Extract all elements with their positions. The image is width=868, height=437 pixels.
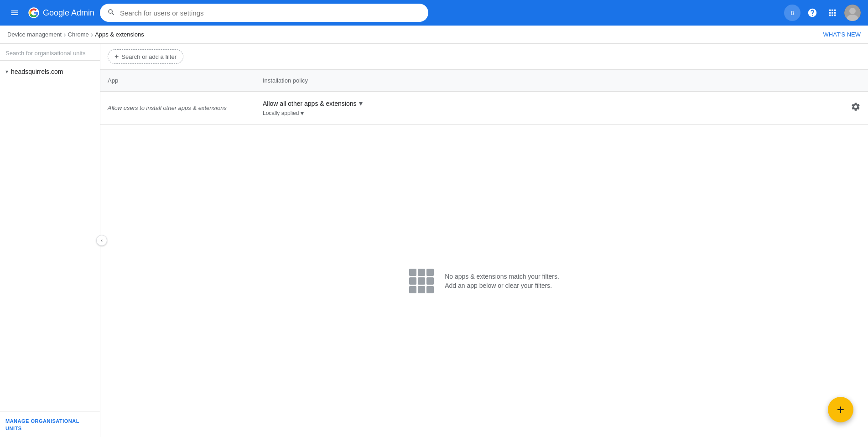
- grid-cell: [418, 269, 425, 276]
- empty-line2: Add an app below or clear your filters.: [445, 282, 559, 289]
- org-name-label: headsquirrels.com: [11, 68, 63, 75]
- chevron-icon-2: ›: [91, 31, 93, 39]
- app-row: Allow users to install other apps & exte…: [100, 92, 868, 125]
- grid-empty-icon: [409, 269, 434, 293]
- sidebar-search-area: [0, 44, 100, 61]
- whats-new-link[interactable]: WHAT'S NEW: [823, 31, 861, 38]
- locally-applied-badge[interactable]: Locally applied ▾: [263, 109, 851, 117]
- sidebar: ▾ headsquirrels.com MANAGE ORGANISATIONA…: [0, 44, 100, 437]
- svg-point-2: [849, 8, 856, 14]
- app-policy-cell: Allow all other apps & extensions ▾ Loca…: [263, 99, 851, 117]
- locally-applied-arrow-icon: ▾: [301, 109, 304, 117]
- plus-icon: +: [114, 52, 119, 61]
- empty-state: No apps & extensions match your filters.…: [100, 125, 868, 437]
- settings-gear-icon[interactable]: [851, 102, 861, 114]
- breadcrumb-device-management[interactable]: Device management: [7, 31, 62, 38]
- grid-cell: [418, 286, 425, 293]
- grid-cell: [409, 269, 416, 276]
- col-policy-header: Installation policy: [263, 77, 861, 84]
- policy-label: Allow all other apps & extensions: [263, 100, 356, 107]
- main-layout: ▾ headsquirrels.com MANAGE ORGANISATIONA…: [0, 44, 868, 437]
- grid-cell: [426, 286, 434, 293]
- hamburger-menu[interactable]: [7, 5, 22, 20]
- main-content: + Search or add a filter App Installatio…: [100, 44, 868, 437]
- search-icon: [107, 8, 115, 18]
- top-nav-right: 8: [784, 5, 861, 21]
- breadcrumb-chrome[interactable]: Chrome: [68, 31, 89, 38]
- filter-label: Search or add a filter: [121, 53, 177, 60]
- caret-icon: ▾: [5, 68, 8, 75]
- brand-logo: Google Admin: [27, 6, 94, 19]
- top-nav: Google Admin 8: [0, 0, 868, 26]
- global-search-input[interactable]: [120, 9, 421, 17]
- filter-button[interactable]: + Search or add a filter: [108, 49, 183, 64]
- grid-cell: [418, 277, 425, 285]
- grid-cell: [409, 277, 416, 285]
- policy-select[interactable]: Allow all other apps & extensions ▾: [263, 99, 851, 108]
- table-header: App Installation policy: [100, 70, 868, 92]
- col-app-header: App: [108, 77, 263, 84]
- grid-cell: [426, 277, 434, 285]
- content-toolbar: + Search or add a filter: [100, 44, 868, 70]
- app-description: Allow users to install other apps & exte…: [108, 104, 263, 111]
- avatar[interactable]: [844, 5, 861, 21]
- sidebar-footer: MANAGE ORGANISATIONAL UNITS: [0, 411, 100, 437]
- apps-grid-btn[interactable]: [824, 5, 841, 21]
- org-tree: ▾ headsquirrels.com: [0, 61, 100, 411]
- empty-line1: No apps & extensions match your filters.: [445, 273, 559, 280]
- dropdown-arrow-icon: ▾: [359, 99, 363, 108]
- empty-state-text: No apps & extensions match your filters.…: [445, 273, 559, 289]
- org-item-headsquirrels[interactable]: ▾ headsquirrels.com: [0, 64, 100, 79]
- locally-applied-label: Locally applied: [263, 110, 299, 116]
- org-search-input[interactable]: [5, 50, 94, 57]
- add-fab-button[interactable]: +: [828, 397, 853, 422]
- breadcrumb: Device management › Chrome › Apps & exte…: [0, 26, 868, 44]
- help-btn[interactable]: [804, 5, 821, 21]
- grid-cell: [409, 286, 416, 293]
- breadcrumb-current: Apps & extensions: [95, 31, 144, 38]
- manage-org-units-link[interactable]: MANAGE ORGANISATIONAL UNITS: [5, 418, 79, 431]
- global-search-bar[interactable]: [100, 4, 428, 22]
- sidebar-collapse-btn[interactable]: ‹: [96, 235, 107, 246]
- grid-cell: [426, 269, 434, 276]
- help-numeric-btn[interactable]: 8: [784, 5, 800, 21]
- chevron-icon: ›: [63, 31, 66, 39]
